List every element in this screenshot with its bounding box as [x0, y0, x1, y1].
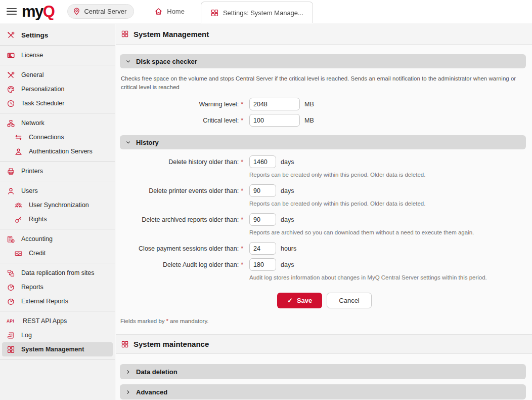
- delete-printer-events-older-than-input[interactable]: [249, 184, 276, 197]
- grid-icon: [7, 345, 15, 354]
- divider: [0, 229, 115, 229]
- cancel-button-label: Cancel: [339, 297, 359, 304]
- logo-text-q: Q: [43, 3, 55, 20]
- chevron-right-icon: [125, 369, 131, 375]
- sidebar-item-rights[interactable]: Rights: [2, 212, 113, 226]
- save-button[interactable]: ✓ Save: [277, 293, 322, 308]
- section-header-history[interactable]: History: [120, 135, 526, 149]
- sidebar-title-label: Settings: [21, 31, 48, 39]
- chevron-down-icon: [125, 139, 131, 146]
- tab-home-label: Home: [167, 8, 185, 15]
- delete-audit-log-older-than-input[interactable]: [249, 258, 276, 271]
- sidebar-item-label: Users: [21, 187, 38, 194]
- maintenance-title: System maintenance: [134, 340, 209, 348]
- form-field-row: Delete archived reports older than:* day…: [116, 213, 532, 226]
- field-help-note: Audit log stores information about chang…: [249, 274, 532, 281]
- license-card-icon: [7, 51, 15, 60]
- section-title: Disk space checker: [136, 58, 197, 65]
- critical-level-input[interactable]: [249, 114, 300, 127]
- sidebar-item-data-replication-from-sites[interactable]: Data replication from sites: [2, 266, 113, 280]
- close-payment-sessions-older-than-input[interactable]: [249, 242, 276, 255]
- auth-person-icon: [14, 147, 23, 156]
- delete-history-older-than-input[interactable]: [249, 155, 276, 168]
- divider: [0, 181, 115, 181]
- maintenance-sections: Data deletion Advanced: [116, 364, 532, 399]
- server-selector-label: Central Server: [84, 8, 126, 15]
- page-title-band: System Management: [116, 24, 532, 45]
- hamburger-menu-icon[interactable]: [7, 6, 17, 17]
- warning-level-input[interactable]: [249, 98, 300, 110]
- form-field-row: Warning level:* MB: [116, 98, 532, 110]
- grid-icon: [121, 340, 129, 348]
- page-title: System Management: [134, 30, 209, 38]
- field-label: Warning level:*: [116, 101, 243, 108]
- log-scroll-icon: [7, 331, 15, 340]
- cancel-button[interactable]: Cancel: [327, 293, 371, 308]
- sidebar-item-connections[interactable]: Connections: [2, 130, 113, 144]
- field-unit-label: days: [281, 158, 294, 166]
- sidebar-item-credit[interactable]: Credit: [2, 246, 113, 260]
- check-icon: ✓: [287, 297, 293, 304]
- sidebar-item-rest-api-apps[interactable]: API REST API Apps: [2, 314, 113, 328]
- sidebar-item-personalization[interactable]: Personalization: [2, 82, 113, 96]
- sidebar-item-authentication-servers[interactable]: Authentication Servers: [2, 144, 113, 158]
- sidebar-nav: License General Personalization Task Sch…: [0, 48, 115, 359]
- form-field-row: Close payment sessions older than:* hour…: [116, 242, 532, 255]
- grid-icon: [210, 9, 219, 17]
- sidebar-item-network[interactable]: Network: [2, 116, 113, 130]
- grid-icon: [121, 30, 129, 38]
- field-unit-label: days: [281, 216, 294, 223]
- sidebar-item-label: System Management: [21, 346, 84, 353]
- field-label: Close payment sessions older than:*: [116, 245, 243, 252]
- sidebar-item-users[interactable]: Users: [2, 184, 113, 198]
- section-title: History: [136, 139, 159, 146]
- delete-archived-reports-older-than-input[interactable]: [249, 213, 276, 226]
- sidebar-item-label: Network: [21, 119, 45, 127]
- tab-settings-system-management[interactable]: Settings: System Manage...: [201, 2, 313, 23]
- sidebar-item-label: Connections: [29, 134, 64, 141]
- tab-home[interactable]: Home: [154, 7, 185, 16]
- sidebar-item-external-reports[interactable]: External Reports: [2, 294, 113, 308]
- sidebar-title: Settings: [0, 27, 115, 43]
- sidebar-item-system-management[interactable]: System Management: [2, 342, 113, 356]
- section-header-data-deletion[interactable]: Data deletion: [120, 364, 526, 379]
- section-header-advanced[interactable]: Advanced: [120, 384, 526, 399]
- section-header-disk-space-checker[interactable]: Disk space checker: [120, 54, 526, 68]
- sidebar-item-license[interactable]: License: [2, 48, 113, 62]
- key-icon: [14, 215, 23, 224]
- sidebar-item-label: Credit: [29, 250, 46, 257]
- form-field-row: Delete printer events older than:* days: [116, 184, 532, 197]
- sidebar-item-user-synchronization[interactable]: User Synchronization: [2, 198, 113, 212]
- field-unit-label: days: [281, 261, 294, 268]
- server-selector-button[interactable]: Central Server: [67, 4, 134, 19]
- sidebar-item-printers[interactable]: Printers: [2, 164, 113, 178]
- sidebar-item-label: User Synchronization: [29, 202, 89, 209]
- field-label: Delete Audit log older than:*: [116, 261, 243, 268]
- sidebar-item-label: License: [21, 52, 43, 59]
- home-icon: [154, 7, 163, 16]
- pie-chart-icon: [7, 283, 15, 292]
- arrows-swap-icon: [14, 133, 23, 142]
- sidebar-item-task-scheduler[interactable]: Task Scheduler: [2, 96, 113, 110]
- main-content: System Management Disk space checker Che…: [116, 24, 532, 400]
- tools-icon: [7, 31, 15, 39]
- mandatory-note-prefix: Fields marked by: [120, 318, 165, 324]
- settings-sidebar: Settings License General Personalization…: [0, 24, 115, 400]
- history-fields: Delete history older than:* days Reports…: [116, 155, 532, 281]
- logo-text-my: my: [22, 3, 43, 20]
- sidebar-item-general[interactable]: General: [2, 68, 113, 82]
- sidebar-item-log[interactable]: Log: [2, 328, 113, 342]
- field-help-note: Reports are archived so you can download…: [249, 229, 532, 235]
- sidebar-item-label: Log: [21, 332, 32, 339]
- mandatory-fields-note: Fields marked by*are mandatory.: [120, 318, 532, 324]
- sidebar-item-label: External Reports: [21, 298, 68, 305]
- user-icon: [7, 187, 15, 195]
- mandatory-note-star: *: [166, 318, 168, 324]
- api-icon: API: [7, 318, 17, 324]
- sidebar-item-label: Authentication Servers: [29, 148, 93, 155]
- divider: [0, 359, 115, 359]
- sidebar-item-accounting[interactable]: Accounting: [2, 232, 113, 246]
- divider: [0, 263, 115, 263]
- sidebar-item-reports[interactable]: Reports: [2, 280, 113, 294]
- sidebar-item-label: Reports: [21, 284, 43, 291]
